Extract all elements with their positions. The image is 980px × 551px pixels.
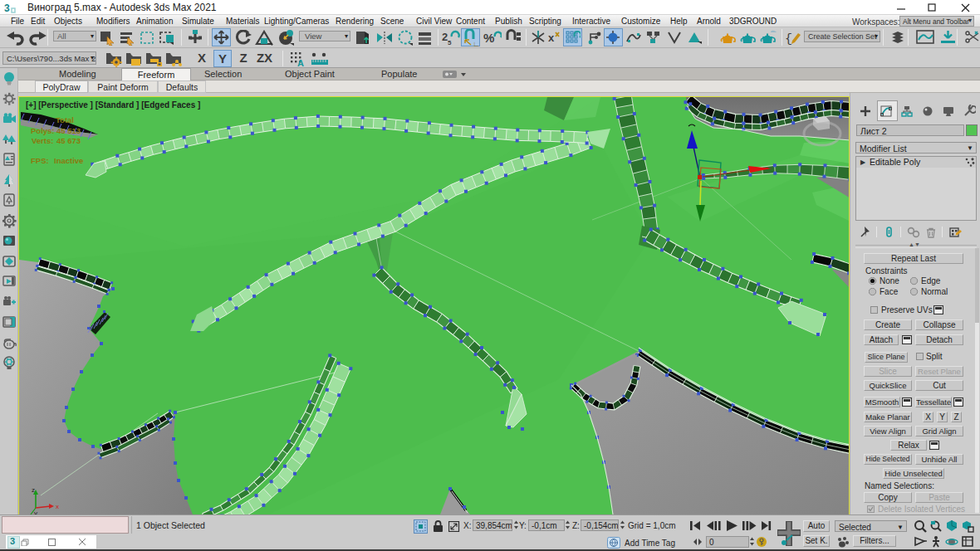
svg-text:{: { xyxy=(785,32,792,46)
svg-text:x: x xyxy=(548,32,555,44)
svg-text:z: z xyxy=(32,486,35,494)
svg-text:45 513: 45 513 xyxy=(56,126,81,135)
svg-text:5: 5 xyxy=(448,39,452,46)
svg-text:[+] [Perspective ] [Standard ]: [+] [Perspective ] [Standard ] [Edged Fa… xyxy=(26,100,200,110)
svg-text:%: % xyxy=(483,31,494,45)
svg-text:Polys:: Polys: xyxy=(31,126,55,135)
svg-text:Total: Total xyxy=(56,115,74,124)
svg-text:Verts:: Verts: xyxy=(32,136,53,145)
svg-text:FPS:: FPS: xyxy=(31,156,49,165)
svg-text:∟: ∟ xyxy=(473,40,480,46)
svg-text:A: A xyxy=(297,58,304,67)
svg-text:x: x xyxy=(56,503,59,510)
svg-text:3: 3 xyxy=(4,2,10,13)
svg-text:45 673: 45 673 xyxy=(56,136,81,145)
svg-text:Inactive: Inactive xyxy=(54,156,83,165)
